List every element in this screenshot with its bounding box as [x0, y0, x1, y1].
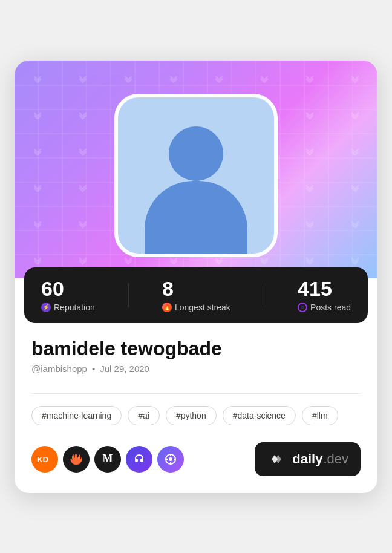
- watermark-cell: [15, 133, 60, 169]
- watermark-cell: [287, 61, 332, 97]
- svg-point-2: [169, 457, 172, 461]
- source-kd-icon[interactable]: KD: [31, 446, 58, 473]
- streak-label: 🔥 Longest streak: [162, 303, 230, 312]
- brand-text: daily.dev: [292, 451, 348, 467]
- posts-read-icon: ○: [298, 303, 307, 312]
- stat-streak: 8 🔥 Longest streak: [162, 278, 230, 312]
- reputation-value: 60: [41, 278, 64, 299]
- streak-icon: 🔥: [162, 303, 172, 312]
- profile-card: // Will be injected below 60 ⚡ Reputatio…: [15, 61, 377, 493]
- source-headphone-icon[interactable]: [126, 446, 152, 473]
- watermark-cell: [332, 169, 377, 206]
- watermark-cell: [332, 97, 377, 133]
- brand-daily: daily: [292, 451, 322, 467]
- reputation-icon: ⚡: [41, 303, 51, 312]
- watermark-cell: [151, 61, 196, 97]
- profile-banner: // Will be injected below: [15, 61, 377, 278]
- source-fire-icon[interactable]: [63, 446, 90, 473]
- watermark-cell: [60, 97, 105, 133]
- section-divider: [31, 393, 361, 394]
- watermark-cell: [15, 206, 60, 242]
- watermark-cell: [287, 169, 332, 206]
- watermark-cell: [15, 169, 60, 206]
- svg-text:KD: KD: [37, 455, 48, 464]
- meta-dot: •: [92, 364, 95, 374]
- watermark-cell: [332, 133, 377, 169]
- source-icons: KD M: [31, 446, 184, 473]
- source-crosshair-icon[interactable]: [157, 446, 184, 473]
- watermark-cell: [332, 206, 377, 242]
- tags-section: #machine-learning #ai #python #data-scie…: [15, 406, 377, 425]
- watermark-cell: [60, 133, 105, 169]
- streak-value: 8: [162, 278, 174, 299]
- profile-handle: @iambishopp: [31, 364, 87, 374]
- watermark-cell: [287, 206, 332, 242]
- watermark-cell: [105, 61, 151, 97]
- dailydev-logo-icon: [267, 450, 286, 469]
- reputation-label: ⚡ Reputation: [41, 303, 95, 312]
- watermark-cell: [287, 133, 332, 169]
- stat-reputation: 60 ⚡ Reputation: [41, 278, 95, 312]
- stat-posts-read: 415 ○ Posts read: [298, 278, 351, 312]
- profile-info: bamidele tewogbade @iambishopp • Jul 29,…: [15, 323, 377, 381]
- posts-read-value: 415: [298, 278, 332, 299]
- brand-badge: daily.dev: [255, 442, 361, 476]
- watermark-cell: [287, 97, 332, 133]
- avatar-figure: [118, 97, 274, 254]
- stat-divider-1: [128, 283, 129, 307]
- stat-divider-2: [264, 283, 264, 307]
- footer: KD M: [15, 430, 377, 493]
- watermark-cell: [196, 61, 241, 97]
- watermark-cell: [60, 61, 105, 97]
- profile-join-date: Jul 29, 2020: [100, 364, 149, 374]
- tag-3[interactable]: #data-science: [223, 406, 296, 425]
- watermark-cell: [15, 61, 60, 97]
- tag-1[interactable]: #ai: [128, 406, 160, 425]
- avatar: [114, 94, 278, 257]
- tag-2[interactable]: #python: [166, 406, 217, 425]
- watermark-cell: [241, 61, 287, 97]
- stats-bar: 60 ⚡ Reputation 8 🔥 Longest streak 415 ○…: [24, 267, 368, 323]
- watermark-cell: [332, 61, 377, 97]
- profile-name: bamidele tewogbade: [31, 338, 361, 360]
- posts-read-label: ○ Posts read: [298, 303, 351, 312]
- avatar-body: [145, 181, 247, 254]
- tag-0[interactable]: #machine-learning: [31, 406, 122, 425]
- profile-meta: @iambishopp • Jul 29, 2020: [31, 364, 361, 374]
- watermark-cell: [60, 206, 105, 242]
- brand-dev: .dev: [323, 451, 348, 467]
- tag-4[interactable]: #llm: [302, 406, 338, 425]
- source-medium-icon[interactable]: M: [94, 446, 121, 473]
- watermark-cell: [60, 169, 105, 206]
- watermark-cell: [15, 97, 60, 133]
- avatar-head: [169, 126, 223, 181]
